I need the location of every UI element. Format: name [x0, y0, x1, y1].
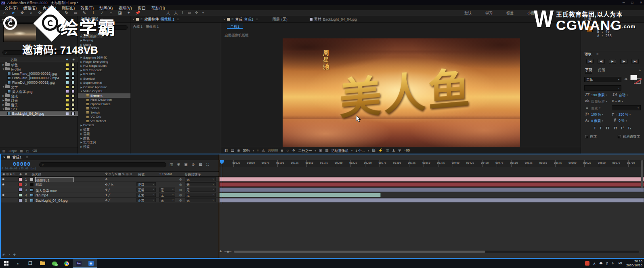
close-tab-icon[interactable]: ×	[3, 155, 5, 159]
lock-icon[interactable]: ⚿	[141, 17, 143, 21]
stroke-width-value[interactable]: 像素	[591, 106, 598, 110]
effects-search-input[interactable]: ⌕	[80, 25, 128, 30]
column-name[interactable]: 名称	[10, 57, 17, 62]
clone-stamp-tool-icon[interactable]: ⌯	[107, 11, 115, 15]
layer-bar-row[interactable]	[219, 192, 644, 198]
label-color-chip[interactable]	[66, 85, 69, 89]
brush-tool-icon[interactable]: ∕	[98, 11, 107, 15]
workspace-tab[interactable]: 标准	[506, 11, 514, 16]
panel-menu-icon[interactable]: ▸	[2, 17, 4, 21]
effect-item-row[interactable]: VC Reflect	[78, 119, 130, 123]
blend-mode-select[interactable]: 正常˅	[136, 188, 156, 192]
shape-tool-icon[interactable]: ▭	[71, 11, 80, 15]
scrollbar-handle[interactable]	[234, 251, 485, 253]
faux-style-button[interactable]: T	[600, 126, 602, 130]
layer-name[interactable]: ran.mp4	[36, 193, 48, 197]
layer-switches[interactable]: ✜	[105, 177, 107, 181]
effect-category-row[interactable]: ▶Presets	[78, 123, 130, 128]
twirl-icon[interactable]: ▼	[2, 108, 5, 110]
file-explorer-taskbar-button[interactable]	[36, 259, 48, 268]
effect-category-row[interactable]: ▶Cosmic Aperture	[78, 85, 130, 89]
stroke-style-select[interactable]: ▾	[612, 105, 641, 110]
twirl-icon[interactable]: ▶	[80, 128, 83, 131]
maximize-button[interactable]: □	[631, 1, 633, 4]
mask-visibility-icon[interactable]: ⟁	[262, 148, 265, 153]
horizontal-scrollbar[interactable]	[234, 251, 639, 253]
tab-layer[interactable]: 图层	[273, 17, 280, 22]
toolbar-extra-icon[interactable]: ▭	[187, 11, 191, 16]
effect-category-row[interactable]: ▶Stardust	[78, 76, 130, 81]
layer-name[interactable]: E3D	[36, 183, 42, 187]
layer-label-chip[interactable]	[19, 177, 22, 181]
chrome-taskbar-button[interactable]	[61, 259, 73, 268]
hamburger-icon[interactable]: ≡	[256, 17, 258, 21]
project-folder-row[interactable]: ▶音乐	[0, 102, 78, 107]
always-preview-icon[interactable]: ◧	[224, 148, 228, 152]
zoom-out-mountain-icon[interactable]: ⛰	[219, 249, 222, 253]
fast-previews-icon[interactable]: ⚡	[378, 148, 383, 152]
layer-name[interactable]: BackLight_04_04.jpg	[36, 198, 67, 203]
timeline-layer-row[interactable]: ◉2E3D✜ ╱ fx正常˅◎无˅	[1, 182, 219, 187]
label-color-chip[interactable]	[66, 90, 69, 93]
effect-category-row[interactable]: ▶RG Magic Bullet	[78, 64, 130, 68]
horizontal-scale-value[interactable]: 250 %	[619, 112, 628, 116]
skip-to-end-button[interactable]: ▶|	[631, 59, 639, 64]
twirl-icon[interactable]: ▶	[80, 52, 83, 55]
label-color-chip[interactable]	[66, 81, 69, 84]
twirl-icon[interactable]: ▶	[80, 132, 83, 135]
label-color-chip[interactable]	[66, 94, 69, 97]
effect-category-row[interactable]: ▶颜色	[78, 136, 130, 140]
minimize-button[interactable]: ─	[623, 1, 625, 4]
close-tab-icon[interactable]: ×	[223, 17, 225, 21]
parent-select[interactable]: 无˅	[185, 177, 216, 181]
effect-category-row[interactable]: ▶Matte	[78, 42, 130, 47]
pixel-aspect-icon[interactable]: 🖽	[372, 148, 375, 152]
shy-layers-icon[interactable]: ◩	[2, 253, 6, 257]
timeline-layer-row[interactable]: 5BackLight_04_04.jpg✜ ╱正常˅无˅◎无˅	[1, 198, 219, 203]
timeline-layer-row[interactable]: ◉1摄像机 1✜◎无˅	[1, 177, 219, 182]
tab-footage[interactable]: 素材	[314, 17, 321, 22]
step-back-button[interactable]: ◀|	[598, 59, 605, 64]
taskbar-clock[interactable]: 20:16 2020/10/16	[626, 260, 642, 267]
font-style-select[interactable]: ▾	[584, 85, 621, 91]
hamburger-icon[interactable]: ≡	[15, 17, 17, 21]
blend-mode-select[interactable]: 正常˅	[136, 182, 156, 186]
hindi-digits-checkbox[interactable]: 印地语数字	[618, 134, 640, 139]
faux-style-button[interactable]: TT	[605, 126, 610, 130]
effect-category-row[interactable]: ▶音频	[78, 132, 130, 136]
layer-bar-row[interactable]	[219, 187, 644, 192]
timeline-option-icon[interactable]: ❋	[177, 162, 180, 167]
grid-guides-icon[interactable]: ⌗	[257, 148, 259, 153]
search-taskbar-button[interactable]: ⌕	[12, 259, 24, 268]
twirl-icon[interactable]: ▶	[80, 39, 83, 42]
twirl-icon[interactable]: ▶	[80, 141, 83, 143]
twirl-icon[interactable]: ▶	[2, 103, 5, 106]
after-effects-taskbar-button[interactable]: Ae	[73, 259, 85, 268]
timeline-option-icon[interactable]: ▣	[184, 162, 188, 167]
timeline-comp-tab[interactable]: 合成1	[12, 154, 21, 160]
twirl-icon[interactable]: ▶	[2, 63, 5, 66]
timeline-layer-row[interactable]: ◉4ran.mp4✜ ╱正常˅无˅◎无˅	[1, 192, 219, 198]
view-layout-select[interactable]: 1 个…	[355, 148, 365, 153]
clipboard-icon[interactable]: ▯	[606, 262, 608, 266]
eye-icon[interactable]: ◉	[237, 148, 240, 152]
effect-item-row[interactable]: Optical Flares	[78, 102, 130, 106]
interpret-footage-icon[interactable]: ▥	[2, 149, 6, 153]
layer-duration-bar[interactable]	[219, 188, 644, 192]
twirl-icon[interactable]: ▶	[80, 137, 83, 139]
toolbar-extra-icon[interactable]: ⌇	[182, 11, 183, 16]
source-name-column[interactable]: 源名称	[31, 172, 41, 177]
active-camera-select[interactable]: 活动摄像机	[331, 148, 348, 153]
current-frame-counter[interactable]: 00000	[13, 161, 31, 167]
twirl-icon[interactable]: ▶	[2, 99, 5, 101]
faux-style-button[interactable]: T	[594, 126, 596, 130]
visibility-eye-icon[interactable]: ◉	[2, 177, 4, 181]
task-view-taskbar-button[interactable]: ❐	[24, 259, 36, 268]
hamburger-icon[interactable]: ≡	[596, 52, 598, 56]
layer-switches[interactable]: ✜ ╱	[105, 198, 110, 202]
layer-switches[interactable]: ✜ ╱ fx	[105, 183, 113, 186]
hand-tool-icon[interactable]: ✥	[18, 11, 27, 15]
effect-controls-target[interactable]: 摄像机 1	[160, 17, 174, 22]
twirl-icon[interactable]: ▶	[80, 64, 83, 67]
layer-label-chip[interactable]	[19, 183, 22, 186]
